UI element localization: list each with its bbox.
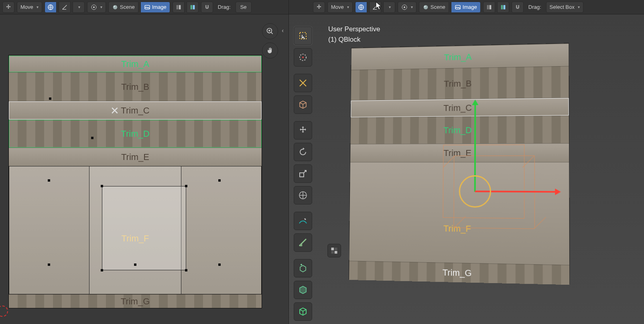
active-tool-dropdown[interactable]: Move ▾ bbox=[17, 2, 42, 13]
chevron-down-icon: ▾ bbox=[37, 5, 39, 9]
trim3d-row-d: Trim_D bbox=[350, 115, 569, 144]
transform-all-tool[interactable] bbox=[294, 186, 312, 205]
layer-scene-label: Scene bbox=[431, 4, 445, 10]
chevron-down-icon: ▾ bbox=[78, 5, 80, 9]
svg-rect-17 bbox=[487, 5, 489, 9]
svg-rect-19 bbox=[501, 5, 503, 9]
uv-vertex[interactable] bbox=[91, 137, 93, 139]
zoom-button[interactable] bbox=[262, 23, 278, 39]
transform-move-tool[interactable] bbox=[294, 121, 312, 140]
select-box-tool[interactable] bbox=[294, 26, 312, 45]
viewport-info-line2: (1) QBlock bbox=[328, 34, 380, 45]
drag-mode-dropdown[interactable]: Select Box ▾ bbox=[546, 2, 583, 13]
svg-rect-21 bbox=[300, 32, 306, 39]
split-rect-b-icon bbox=[189, 4, 196, 10]
orientation-global-button[interactable] bbox=[45, 2, 57, 13]
layer-image-button[interactable]: Image bbox=[140, 2, 170, 13]
angle-icon bbox=[61, 4, 68, 10]
2d-cursor-icon bbox=[0, 306, 8, 317]
uv-face-inner[interactable] bbox=[102, 186, 186, 270]
layer-image-button[interactable]: Image bbox=[451, 2, 481, 13]
uv-vertex[interactable] bbox=[101, 185, 103, 187]
gizmo-view-ring[interactable] bbox=[459, 175, 491, 208]
svg-rect-18 bbox=[489, 5, 491, 9]
transform-scale-tool[interactable] bbox=[294, 164, 312, 183]
display-channels-a-button[interactable] bbox=[173, 2, 185, 13]
move-gizmo-icon-button[interactable] bbox=[313, 2, 325, 13]
3d-mesh-plane[interactable]: Trim_A Trim_B Trim_C Trim_D Trim_E Trim_… bbox=[349, 43, 570, 284]
trim-c-label-wrap: ✕ Trim_C bbox=[121, 105, 149, 116]
trim3d-a-label: Trim_A bbox=[444, 52, 471, 63]
uv-vertex[interactable] bbox=[185, 185, 187, 187]
trim-row-b: Trim_B bbox=[9, 72, 262, 101]
measure-tool[interactable] bbox=[294, 233, 312, 252]
svg-point-14 bbox=[423, 5, 428, 9]
layer-image-label: Image bbox=[152, 4, 167, 10]
move-gizmo-icon-button[interactable] bbox=[2, 2, 14, 13]
3d-viewport[interactable]: User Perspective (1) QBlock Trim_A Trim_… bbox=[289, 14, 644, 324]
display-channels-a-button[interactable] bbox=[483, 2, 495, 13]
cube-add-icon bbox=[298, 263, 308, 273]
primitive-cube-tool[interactable] bbox=[294, 281, 312, 299]
ruler-icon bbox=[298, 238, 308, 247]
layer-scene-button[interactable]: Scene bbox=[108, 2, 138, 13]
uv-vertex[interactable] bbox=[48, 263, 50, 266]
orientation-normal-button[interactable] bbox=[59, 2, 71, 13]
uv-vertex[interactable] bbox=[49, 97, 51, 100]
move-arrows-icon bbox=[298, 126, 308, 135]
drag-label: Drag: bbox=[526, 4, 544, 10]
uv-vertex[interactable] bbox=[48, 179, 50, 182]
uv-vertex[interactable] bbox=[218, 263, 221, 266]
uv-vertex[interactable] bbox=[134, 263, 136, 266]
split-rect-b-icon bbox=[500, 4, 506, 10]
uv-vertex[interactable] bbox=[101, 269, 103, 271]
drag-mode-dropdown[interactable]: Se bbox=[236, 2, 252, 13]
transform-combo-icon bbox=[298, 190, 308, 200]
uv-vertex[interactable] bbox=[185, 269, 187, 271]
pan-button[interactable] bbox=[262, 43, 278, 59]
trim-g-label: Trim_G bbox=[121, 296, 150, 307]
active-tool-dropdown[interactable]: Move ▾ bbox=[327, 2, 353, 13]
pencil-curve-icon bbox=[298, 216, 308, 226]
split-rect-icon bbox=[175, 4, 182, 10]
select-box-icon bbox=[298, 31, 308, 40]
uv-texture-area: Trim_A Trim_B ✕ Trim_C Trim_D Trim_E Tri… bbox=[9, 55, 262, 308]
move-arrows-icon bbox=[5, 4, 12, 10]
rotate-tool[interactable] bbox=[294, 95, 312, 114]
trim-c-label: Trim_C bbox=[121, 105, 149, 115]
pivot-point-dropdown[interactable]: ▾ bbox=[398, 2, 416, 13]
globe-icon bbox=[47, 4, 54, 10]
pivot-icon bbox=[401, 4, 408, 10]
3d-move-gizmo[interactable] bbox=[475, 191, 475, 192]
uv-editor-viewport[interactable]: ‹ Trim_A Trim_B ✕ Trim_C Trim_D Trim_E bbox=[0, 14, 288, 324]
snap-toggle-button[interactable] bbox=[201, 2, 213, 13]
snap-toggle-button[interactable] bbox=[512, 2, 524, 13]
drag-label: Drag: bbox=[215, 4, 233, 10]
chevron-down-icon: ▾ bbox=[578, 5, 580, 9]
orientation-global-button[interactable] bbox=[355, 2, 367, 13]
rotate-arrows-icon bbox=[298, 147, 308, 157]
trim-row-c: ✕ Trim_C bbox=[9, 101, 262, 119]
annotate-tool[interactable] bbox=[294, 212, 312, 230]
trim3d-g-label: Trim_G bbox=[443, 267, 472, 278]
layer-scene-button[interactable]: Scene bbox=[419, 2, 449, 13]
display-channels-b-button[interactable] bbox=[187, 2, 199, 13]
trim3d-row-a: Trim_A bbox=[351, 43, 569, 70]
image-icon bbox=[455, 4, 461, 10]
orientation-options-dropdown[interactable]: ▾ bbox=[73, 2, 85, 13]
orientation-options-dropdown[interactable]: ▾ bbox=[383, 2, 395, 13]
collapse-toggle-chevron[interactable]: ‹ bbox=[282, 27, 284, 34]
add-cube-tool[interactable] bbox=[294, 259, 312, 277]
overlay-toggle-button[interactable] bbox=[327, 244, 341, 257]
display-channels-b-button[interactable] bbox=[497, 2, 509, 13]
transform-rotate-tool[interactable] bbox=[294, 143, 312, 161]
uv-vertex[interactable] bbox=[218, 179, 221, 182]
move-tool[interactable] bbox=[294, 74, 312, 92]
mouse-pointer-icon bbox=[376, 2, 382, 10]
pivot-point-dropdown[interactable]: ▾ bbox=[87, 2, 106, 13]
trim3d-row-g: Trim_G bbox=[349, 261, 569, 285]
primitive-cube-wire-tool[interactable] bbox=[294, 302, 312, 321]
svg-rect-6 bbox=[176, 5, 178, 9]
cursor-tool[interactable] bbox=[294, 48, 312, 67]
svg-rect-8 bbox=[190, 5, 192, 9]
